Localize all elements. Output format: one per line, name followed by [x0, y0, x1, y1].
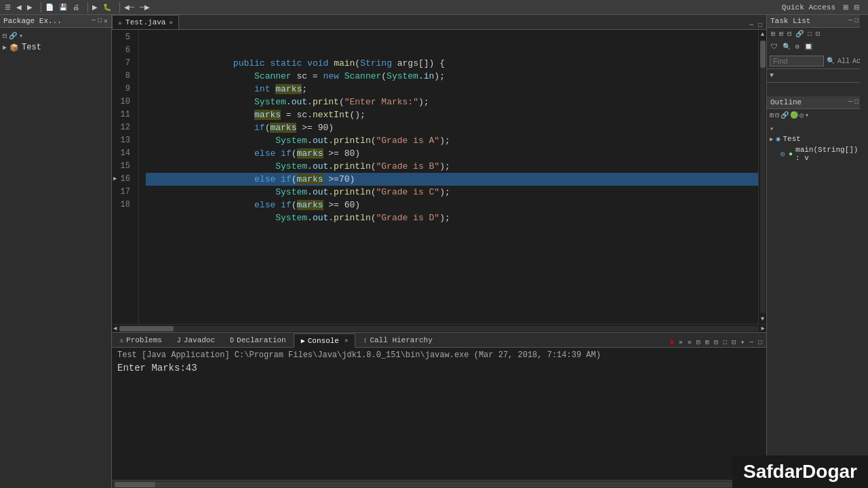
console-stop-btn[interactable]: ■: [669, 338, 675, 347]
console-content: Test [Java Application] C:\Program Files…: [112, 348, 766, 480]
tab-javadoc[interactable]: J Javadoc: [170, 333, 222, 347]
problems-label: Problems: [126, 336, 162, 344]
console-minimize[interactable]: ─: [748, 338, 755, 347]
watermark-text: SafdarDogar: [743, 461, 857, 482]
console-ctrl-8[interactable]: ⊡: [730, 338, 737, 347]
outline-btn-6[interactable]: ▾: [805, 111, 809, 119]
package-toolbar-row: ⊟ 🔗 ▾: [3, 32, 108, 40]
task-icon-shield[interactable]: 🛡: [770, 42, 779, 52]
console-maximize[interactable]: □: [757, 338, 764, 347]
link-editor-icon[interactable]: 🔗: [9, 32, 17, 40]
print-btn[interactable]: 🖨: [71, 3, 81, 12]
outline-maximize[interactable]: □: [854, 98, 859, 106]
scroll-down-arrow[interactable]: ▼: [760, 314, 766, 324]
toolbar-btn-1[interactable]: ☰: [3, 3, 13, 12]
console-ctrl-3[interactable]: ✕: [686, 338, 693, 347]
outline-minimize[interactable]: ─: [848, 98, 852, 106]
collapse-all-icon[interactable]: ⊟: [3, 32, 7, 40]
task-list-maximize[interactable]: □: [854, 17, 859, 25]
hscroll-left[interactable]: ◀: [112, 325, 118, 332]
tab-declaration[interactable]: D Declaration: [222, 333, 294, 347]
editor-minimize-btn[interactable]: ─: [748, 22, 755, 29]
editor-tab-controls: ─ □: [748, 22, 766, 29]
outline-btn-5[interactable]: ◎: [800, 111, 804, 119]
editor-maximize-btn[interactable]: □: [757, 22, 764, 29]
outline-chevron: ▾: [770, 124, 865, 134]
task-btn-4[interactable]: 🔗: [794, 29, 805, 39]
outline-expand-icon[interactable]: ▶: [770, 136, 773, 143]
outline-btn-2[interactable]: ⊟: [775, 111, 779, 119]
console-ctrl-9[interactable]: ▾: [739, 338, 746, 347]
perspective-btn[interactable]: ⊞: [841, 3, 850, 12]
toolbar-btn-2[interactable]: ◀: [14, 3, 24, 12]
task-btn-5[interactable]: □: [806, 30, 813, 39]
scroll-up-arrow[interactable]: ▲: [760, 30, 766, 39]
hscroll-thumb[interactable]: [119, 326, 174, 331]
task-list-minimize[interactable]: ─: [848, 17, 852, 25]
task-nav-down[interactable]: ▼: [770, 72, 774, 79]
task-btn-3[interactable]: ⊟: [786, 29, 793, 39]
tab-close-btn[interactable]: ✕: [169, 19, 172, 26]
line-num-13: 13: [112, 134, 134, 147]
outline-btn-4[interactable]: 🟢: [790, 111, 798, 119]
new-btn[interactable]: 📄: [43, 3, 56, 12]
console-output: Enter Marks:43: [117, 363, 761, 373]
bottom-hscroll-thumb[interactable]: [115, 482, 155, 487]
toolbar-btn-3[interactable]: ▶: [25, 3, 35, 12]
debug-btn[interactable]: 🐛: [101, 3, 113, 12]
console-ctrl-7[interactable]: □: [722, 338, 728, 347]
tab-callhierarchy[interactable]: ↕ Call Hierarchy: [355, 333, 439, 347]
outline-item-test[interactable]: ▶ ◉ Test: [770, 134, 865, 144]
hscroll-right[interactable]: ▶: [760, 325, 766, 332]
find-input[interactable]: [770, 56, 824, 66]
save-btn[interactable]: 💾: [57, 3, 69, 12]
editor-vscroll[interactable]: ▲ ▼: [758, 30, 766, 324]
bottom-hscroll[interactable]: [112, 480, 766, 488]
tab-console[interactable]: ▶ Console ✕: [294, 333, 356, 348]
tab-label: Test.java: [125, 18, 165, 26]
task-btn-2[interactable]: ⊞: [778, 29, 785, 39]
editor-tab-testjava[interactable]: ☕ Test.java ✕: [112, 15, 179, 29]
hscroll-track[interactable]: [119, 326, 758, 331]
task-btn-1[interactable]: ⊞: [770, 29, 776, 39]
panel-minimize-icon[interactable]: ─: [92, 17, 96, 25]
panel-maximize-icon[interactable]: □: [98, 17, 102, 25]
right-panel: Task List ─ □ ✕ ⊞ ⊞ ⊟ 🔗 □ ⊡ 🛡 🔍 ⚙ 🔲: [766, 15, 868, 488]
console-ctrl-2[interactable]: ✕: [677, 338, 684, 347]
task-icon-filter[interactable]: 🔍: [781, 42, 792, 52]
outline-tree: ▾ ▶ ◉ Test ◎ ● main(String[]) : v: [767, 121, 868, 166]
console-tab-close[interactable]: ✕: [344, 337, 348, 344]
run-btn[interactable]: ▶: [90, 3, 100, 12]
task-icon-gear[interactable]: ⚙: [794, 42, 801, 52]
code-content[interactable]: public static void main(String args[]) {…: [139, 30, 758, 324]
forward-btn[interactable]: ─▶: [138, 3, 152, 12]
minimize-btn[interactable]: ⊟: [852, 3, 861, 12]
back-btn[interactable]: ◀─: [122, 3, 136, 12]
console-ctrl-4[interactable]: ⊟: [695, 338, 702, 347]
console-ctrl-5[interactable]: ⊞: [704, 338, 711, 347]
outline-btn-3[interactable]: 🔗: [781, 111, 789, 119]
find-search-icon[interactable]: 🔍: [827, 57, 835, 65]
task-btn-6[interactable]: ⊡: [814, 29, 821, 39]
toolbar-group-file: 📄 💾 🖨: [43, 3, 81, 12]
java-file-icon: ☕: [118, 18, 122, 26]
package-tree-item-test[interactable]: ▶ 📦 Test: [3, 41, 108, 54]
scroll-thumb[interactable]: [760, 41, 766, 68]
editor-hscroll[interactable]: ◀ ▶: [112, 324, 766, 332]
task-icon-misc[interactable]: 🔲: [803, 42, 814, 52]
panel-close-icon[interactable]: ✕: [104, 17, 108, 25]
outline-main-label: main(String[]) : v: [795, 146, 865, 162]
task-list-toolbar: ⊞ ⊞ ⊟ 🔗 □ ⊡: [767, 28, 868, 40]
line-num-8: 8: [112, 70, 134, 83]
bottom-hscroll-track[interactable]: [115, 482, 764, 487]
outline-item-main[interactable]: ◎ ● main(String[]) : v: [770, 144, 865, 163]
tab-problems[interactable]: ⚠ Problems: [112, 333, 170, 347]
watermark: SafdarDogar: [732, 455, 868, 488]
filter-icon[interactable]: ▾: [19, 32, 23, 40]
outline-btn-1[interactable]: ⊞: [770, 111, 774, 119]
scroll-track[interactable]: [760, 41, 766, 313]
task-nav-area: ▼: [767, 69, 868, 82]
outline-title: Outline: [770, 98, 802, 106]
package-toolbar: ⊟ 🔗 ▾: [3, 30, 108, 41]
console-ctrl-6[interactable]: ⊟: [713, 338, 719, 347]
